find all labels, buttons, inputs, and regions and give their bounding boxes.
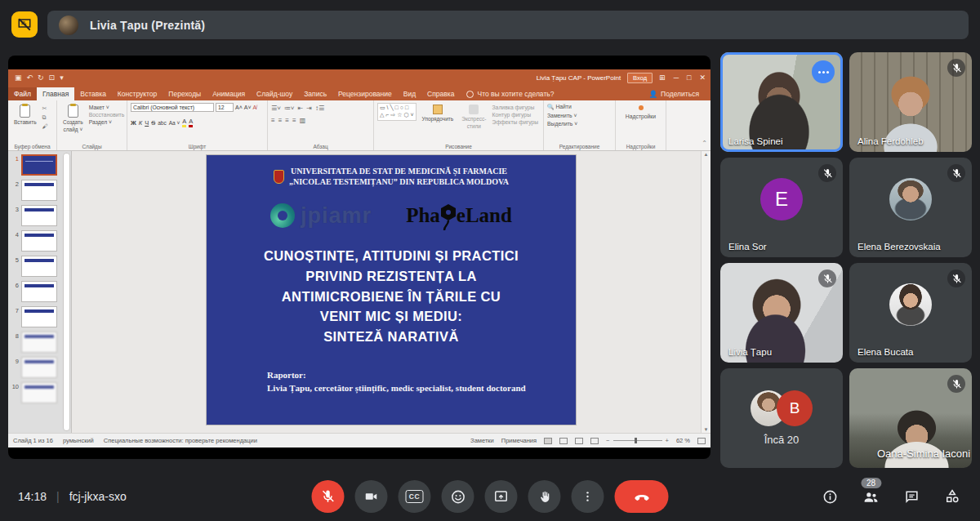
slide-scrollbar: ▲ ▼	[701, 151, 710, 433]
ppt-status-bar: Слайд 1 из 16 румынский Специальные возм…	[8, 433, 710, 448]
tile-larisa-spinei[interactable]: Larisa Spinei	[720, 52, 843, 152]
shrink-font-icon: А˅	[244, 105, 252, 110]
quick-styles-icon	[469, 105, 479, 114]
tile-oana-simina-iaconi[interactable]: Oana-Simina Iaconi	[849, 368, 972, 468]
more-options-button[interactable]	[572, 480, 604, 513]
arrange-button: Упорядочить	[420, 103, 457, 123]
tile-overflow-inca-20[interactable]: B Încă 20	[720, 368, 843, 468]
thumb-number: 2	[10, 180, 19, 188]
normal-view-icon	[544, 438, 552, 444]
presenter-name: Livia Țapu (Prezintă)	[90, 19, 205, 32]
meeting-code: fcj-jkxa-sxo	[69, 490, 127, 503]
font-color-button: А	[189, 118, 193, 127]
fit-slide-icon	[697, 438, 706, 444]
captions-icon: CC	[406, 490, 423, 503]
cut-icon: ✂	[42, 105, 48, 112]
slide-thumbnail-3	[21, 205, 57, 226]
reactions-button[interactable]	[442, 480, 474, 513]
change-case-button: Аа ˅	[169, 120, 180, 126]
slide-counter: Слайд 1 из 16	[13, 437, 53, 444]
participant-name: Alina Ferdohleb	[858, 136, 924, 146]
char-spacing-button: abc	[158, 120, 166, 126]
tile-livia-tapu[interactable]: Livia Țapu	[720, 263, 843, 363]
chat-icon	[904, 489, 920, 505]
overflow-count-label: Încă 20	[764, 434, 800, 446]
section-button: Раздел ˅	[89, 119, 125, 125]
meeting-details-button[interactable]	[822, 489, 838, 505]
chat-button[interactable]	[904, 489, 920, 505]
mic-off-icon	[818, 269, 836, 287]
videocam-icon	[364, 489, 379, 504]
meet-bottom-bar: 14:18 | fcj-jkxa-sxo CC	[0, 472, 980, 521]
shared-screen-tile[interactable]: ▣ ↶ ↻ ⊡ ▾ Livia Țapu CAP - PowerPoint Вх…	[8, 56, 710, 459]
participant-name: Elina Sor	[728, 242, 767, 252]
scroll-up-icon: ▲	[704, 152, 709, 157]
divider: |	[56, 490, 60, 503]
presenter-pill[interactable]: Livia Țapu (Prezintă)	[47, 11, 969, 39]
ribbon-spacer: ⌃	[666, 100, 710, 150]
people-icon	[862, 488, 880, 505]
tile-elena-berezovskaia[interactable]: Elena Berezovskaia	[849, 158, 972, 257]
scroll-down-icon: ▼	[704, 427, 709, 432]
present-button[interactable]	[485, 480, 518, 513]
tell-me-box: Что вы хотите сделать?	[466, 90, 554, 100]
editing-group: 🔍 Найти Заменить ˅ Выделить ˅ Редактиров…	[544, 100, 616, 150]
shapes-gallery: ▭ \ ╲ □ ○ □ △ ⌐ ⇨ ☆ ⬡ ˅	[377, 103, 416, 121]
activities-icon	[944, 488, 960, 505]
mic-button[interactable]	[312, 480, 345, 513]
paragraph-group: ☰˅ ≔˅ ⇤ ⇥ ↕☰ ≡ ≡ ≡ ≡ ▥ Абзац	[268, 100, 374, 150]
underline-button: Ч	[145, 119, 149, 127]
thumb-number: 4	[10, 230, 19, 238]
participants-grid: Larisa Spinei Alina Ferdohleb E Elina So…	[720, 52, 972, 468]
language-indicator: румынский	[63, 437, 94, 444]
captions-button[interactable]: CC	[399, 480, 431, 513]
slide-thumbnail-5	[21, 256, 57, 277]
strike-button: S	[151, 119, 155, 127]
overflow-avatars: B	[751, 390, 813, 426]
close-icon: ✕	[699, 73, 706, 82]
activities-button[interactable]	[944, 488, 960, 505]
indent-less-icon: ⇤	[298, 105, 304, 112]
tile-elina-sor[interactable]: E Elina Sor	[720, 158, 843, 257]
slideshow-view-icon	[590, 438, 599, 444]
tab-slideshow: Слайд-шоу	[251, 87, 298, 100]
start-slideshow-icon: ⊡	[49, 73, 56, 82]
thumb-number: 8	[10, 332, 19, 340]
align-center-icon: ≡	[278, 117, 283, 124]
redo-icon: ↻	[38, 73, 44, 82]
presenter-avatar	[59, 16, 78, 35]
ppt-signin-button: Вход	[627, 73, 653, 83]
participant-name: Elena Bucata	[858, 347, 913, 357]
font-name-box: Calibri (Основной текст)	[131, 103, 214, 112]
participant-name: Elena Berezovskaia	[858, 242, 941, 252]
ppt-quick-access-toolbar: ▣ ↶ ↻ ⊡ ▾	[15, 73, 64, 82]
raise-hand-button[interactable]	[528, 480, 561, 513]
ppt-title-bar: ▣ ↶ ↻ ⊡ ▾ Livia Țapu CAP - PowerPoint Вх…	[8, 69, 710, 86]
shape-outline-button: Контур фигуры	[492, 112, 539, 118]
raportor-block: Raportor: Livia Țapu, cercetător științi…	[267, 368, 576, 395]
participants-button[interactable]: 28	[862, 488, 880, 505]
clock: 14:18	[18, 490, 47, 503]
tile-options-button[interactable]	[812, 60, 835, 83]
font-group: Calibri (Основной текст) 12 А˄ А˅ А̸ Ж К…	[127, 100, 268, 150]
format-painter-icon: 🖌	[42, 123, 48, 129]
paste-button: Вставить	[11, 103, 39, 127]
mic-off-icon	[947, 164, 965, 182]
thumb-number: 6	[10, 281, 19, 289]
ribbon-display-icon: ⊞	[659, 73, 666, 82]
tile-alina-ferdohleb[interactable]: Alina Ferdohleb	[849, 52, 972, 152]
lightbulb-icon	[466, 91, 474, 98]
thumb-number: 1	[10, 154, 19, 163]
end-call-button[interactable]	[615, 480, 669, 513]
mic-off-icon	[947, 375, 965, 393]
columns-icon: ▥	[300, 117, 306, 124]
tile-elena-bucata[interactable]: Elena Bucata	[849, 263, 972, 363]
jpiamr-logo: jpiamr	[270, 203, 372, 229]
arrange-icon	[433, 105, 443, 114]
camera-button[interactable]	[355, 480, 388, 513]
stop-sharing-button[interactable]	[11, 11, 38, 38]
clear-format-icon: А̸	[253, 105, 257, 110]
avatar	[889, 283, 932, 326]
indent-more-icon: ⇥	[306, 105, 312, 112]
align-right-icon: ≡	[285, 117, 289, 124]
